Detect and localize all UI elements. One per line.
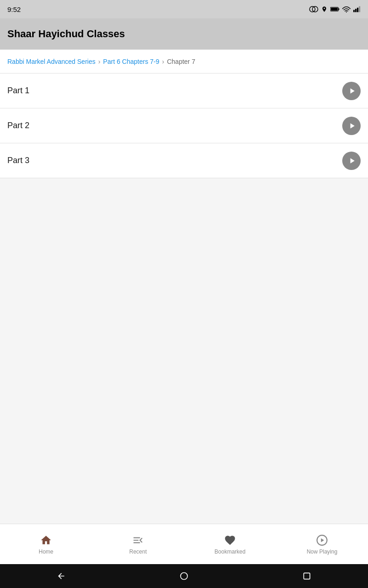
play-button-part1[interactable] xyxy=(342,82,361,100)
svg-marker-11 xyxy=(321,538,324,542)
svg-point-5 xyxy=(346,11,347,12)
app-title: Shaar Hayichud Classes xyxy=(7,28,125,40)
status-icons xyxy=(309,6,361,12)
list-item-part1[interactable]: Part 1 xyxy=(0,74,368,108)
breadcrumb: Rabbi Markel Advanced Series › Part 6 Ch… xyxy=(0,50,368,74)
system-nav xyxy=(0,564,368,588)
breadcrumb-sep-2: › xyxy=(162,58,164,65)
home-icon xyxy=(40,534,52,547)
location-icon xyxy=(321,6,328,12)
home-button[interactable] xyxy=(176,568,192,584)
play-icon-part1 xyxy=(347,86,356,96)
svg-rect-8 xyxy=(357,8,358,12)
svg-rect-7 xyxy=(355,9,356,12)
app-bar: Shaar Hayichud Classes xyxy=(0,18,368,50)
nav-label-home: Home xyxy=(39,548,53,555)
nav-label-now-playing: Now Playing xyxy=(307,548,338,555)
battery-icon xyxy=(330,6,339,12)
hdr-icon xyxy=(309,6,318,12)
wifi-icon xyxy=(342,6,351,12)
nav-label-recent: Recent xyxy=(129,548,147,555)
svg-rect-6 xyxy=(353,10,355,12)
nav-label-bookmarked: Bookmarked xyxy=(214,548,245,555)
signal-icon xyxy=(353,6,361,12)
bookmarked-icon xyxy=(224,534,236,547)
item-label-part3: Part 3 xyxy=(7,156,29,165)
item-label-part1: Part 1 xyxy=(7,86,29,96)
item-label-part2: Part 2 xyxy=(7,121,29,130)
svg-rect-3 xyxy=(339,8,339,10)
svg-point-12 xyxy=(180,573,187,580)
recents-button[interactable] xyxy=(299,568,315,584)
play-button-part2[interactable] xyxy=(342,117,361,135)
list-container: Part 1 Part 2 Part 3 xyxy=(0,74,368,178)
play-icon-part2 xyxy=(347,121,356,130)
back-button[interactable] xyxy=(53,568,69,584)
now-playing-icon xyxy=(316,534,328,547)
bottom-nav: Home Recent Bookmarked Now Playing xyxy=(0,524,368,564)
breadcrumb-sep-1: › xyxy=(98,58,100,65)
svg-rect-9 xyxy=(359,6,360,12)
list-item-part3[interactable]: Part 3 xyxy=(0,143,368,178)
nav-item-now-playing[interactable]: Now Playing xyxy=(276,534,368,555)
content: Part 1 Part 2 Part 3 xyxy=(0,74,368,524)
breadcrumb-current: Chapter 7 xyxy=(167,58,195,65)
status-bar: 9:52 xyxy=(0,0,368,18)
svg-rect-4 xyxy=(331,8,338,11)
nav-item-home[interactable]: Home xyxy=(0,534,92,555)
breadcrumb-link-1[interactable]: Rabbi Markel Advanced Series xyxy=(7,58,95,65)
status-time: 9:52 xyxy=(7,6,21,13)
play-icon-part3 xyxy=(347,156,356,165)
play-button-part3[interactable] xyxy=(342,152,361,170)
breadcrumb-link-2[interactable]: Part 6 Chapters 7-9 xyxy=(103,58,159,65)
recent-icon xyxy=(132,534,144,547)
svg-rect-13 xyxy=(304,573,310,579)
list-item-part2[interactable]: Part 2 xyxy=(0,108,368,143)
nav-item-bookmarked[interactable]: Bookmarked xyxy=(184,534,276,555)
nav-item-recent[interactable]: Recent xyxy=(92,534,184,555)
